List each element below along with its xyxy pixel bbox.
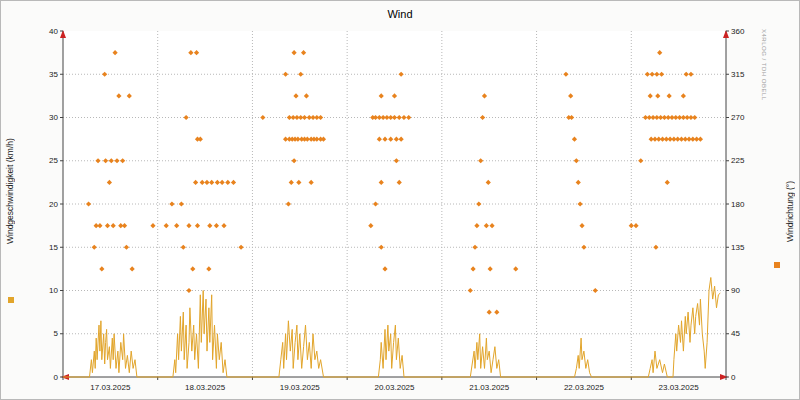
svg-text:10: 10 bbox=[49, 286, 58, 295]
svg-text:135: 135 bbox=[731, 243, 745, 252]
svg-text:270: 270 bbox=[731, 113, 745, 122]
svg-text:23.03.2025: 23.03.2025 bbox=[659, 383, 700, 392]
svg-text:45: 45 bbox=[731, 329, 740, 338]
svg-text:180: 180 bbox=[731, 200, 745, 209]
svg-text:20: 20 bbox=[49, 200, 58, 209]
svg-text:35: 35 bbox=[49, 70, 58, 79]
svg-text:15: 15 bbox=[49, 243, 58, 252]
svg-text:25: 25 bbox=[49, 156, 58, 165]
svg-text:19.03.2025: 19.03.2025 bbox=[280, 383, 321, 392]
svg-text:360: 360 bbox=[731, 27, 745, 36]
wind-chart-window: Wind Windgeschwindigkeit (km/h) Windrich… bbox=[0, 0, 800, 400]
svg-text:0: 0 bbox=[54, 373, 59, 382]
svg-text:225: 225 bbox=[731, 156, 745, 165]
svg-text:18.03.2025: 18.03.2025 bbox=[185, 383, 226, 392]
svg-text:315: 315 bbox=[731, 70, 745, 79]
svg-text:0: 0 bbox=[731, 373, 736, 382]
svg-text:20.03.2025: 20.03.2025 bbox=[374, 383, 415, 392]
svg-text:21.03.2025: 21.03.2025 bbox=[469, 383, 510, 392]
svg-text:22.03.2025: 22.03.2025 bbox=[564, 383, 605, 392]
svg-text:40: 40 bbox=[49, 27, 58, 36]
svg-text:17.03.2025: 17.03.2025 bbox=[90, 383, 131, 392]
svg-text:30: 30 bbox=[49, 113, 58, 122]
svg-text:90: 90 bbox=[731, 286, 740, 295]
svg-text:5: 5 bbox=[54, 329, 59, 338]
wind-chart-plot-area: 0510152025303540045901351802252703153601… bbox=[1, 1, 800, 400]
